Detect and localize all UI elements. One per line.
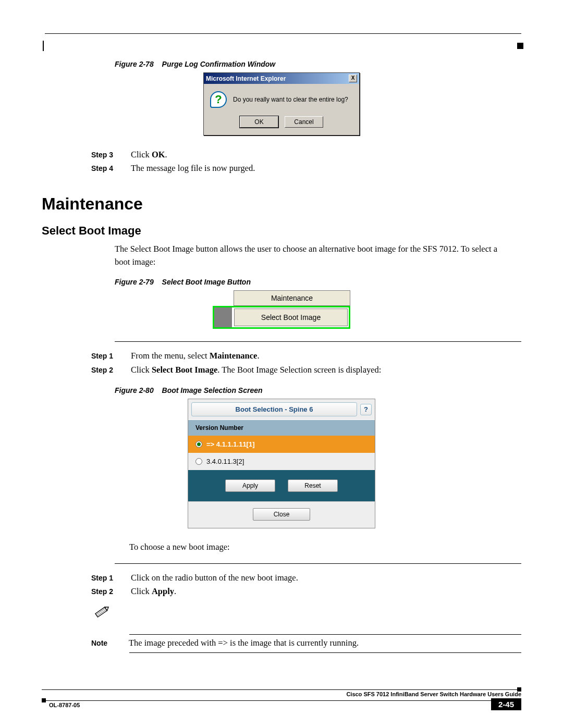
header-rule — [45, 33, 521, 34]
dialog-message: Do you really want to clear the entire l… — [233, 96, 348, 103]
heading-maintenance: Maintenance — [42, 194, 521, 214]
step-bold: Select Boot Image — [152, 365, 217, 375]
purge-log-dialog: Microsoft Internet Explorer X ? Do you r… — [203, 72, 360, 135]
boot-option-1[interactable]: => 4.1.1.1.11[1] — [188, 436, 375, 453]
boot-option-2[interactable]: 3.4.0.11.3[2] — [188, 453, 375, 470]
pencil-icon — [91, 603, 112, 621]
step-c2: Step 2 Click Apply. — [91, 585, 521, 598]
svg-rect-0 — [95, 607, 107, 617]
step-bold: OK — [152, 150, 165, 159]
radio-unselected-icon[interactable] — [195, 458, 202, 465]
note-label: Note — [91, 639, 118, 647]
step-text: Click — [131, 150, 152, 159]
reset-button[interactable]: Reset — [288, 479, 338, 492]
figure-79-label: Figure 2-79 — [115, 278, 154, 286]
dialog-title: Microsoft Internet Explorer — [206, 75, 286, 82]
step-bold: Maintenance — [210, 351, 258, 361]
figure-80-title: Boot Image Selection Screen — [162, 386, 263, 394]
menu-item-select-boot-image-wrap: Select Boot Image — [213, 306, 350, 329]
step-text: From the menu, select — [131, 351, 210, 361]
heading-select-boot-image: Select Boot Image — [42, 224, 521, 238]
step-3: Step 3 Click OK. — [91, 148, 521, 162]
close-icon[interactable]: X — [349, 75, 357, 82]
figure-78-title: Purge Log Confirmation Window — [162, 60, 276, 68]
separator-rule — [115, 341, 521, 342]
step-label: Step 2 — [91, 363, 118, 377]
note-bottom-rule — [129, 652, 521, 653]
step-4: Step 4 The message log file is now purge… — [91, 162, 521, 175]
menu-item-select-boot-image[interactable]: Select Boot Image — [234, 309, 348, 326]
radio-selected-icon[interactable] — [195, 441, 202, 448]
figure-80-label: Figure 2-80 — [115, 386, 154, 394]
version-header: Version Number — [188, 419, 375, 436]
apply-button[interactable]: Apply — [225, 479, 275, 492]
step-text: The message log file is now purged. — [131, 162, 255, 175]
footer-guide-title: Cisco SFS 7012 InfiniBand Server Switch … — [42, 691, 521, 697]
figure-78-caption: Figure 2-78 Purge Log Confirmation Windo… — [115, 60, 521, 68]
boot-option-1-label: => 4.1.1.1.11[1] — [206, 440, 255, 448]
figure-78-label: Figure 2-78 — [115, 60, 154, 68]
step-label: Step 1 — [91, 571, 118, 585]
menu-figure: Maintenance Select Boot Image — [213, 290, 350, 329]
question-icon: ? — [210, 91, 227, 108]
note-top-rule — [129, 634, 521, 635]
cancel-button[interactable]: Cancel — [285, 116, 323, 128]
boot-button-row: Apply Reset — [188, 470, 375, 501]
intro-paragraph: The Select Boot Image button allows the … — [115, 243, 500, 269]
note-text: The image preceded with => is the image … — [129, 638, 359, 648]
figure-80-caption: Figure 2-80 Boot Image Selection Screen — [115, 386, 521, 394]
dialog-titlebar: Microsoft Internet Explorer X — [204, 73, 359, 84]
footer-doc-id: OL-8787-05 — [49, 702, 491, 708]
step-label: Step 3 — [91, 148, 118, 162]
step-b1: Step 1 From the menu, select Maintenance… — [91, 349, 521, 363]
menu-gutter — [214, 307, 232, 327]
step-b2: Step 2 Click Select Boot Image. The Boot… — [91, 363, 521, 377]
boot-title: Boot Selection - Spine 6 — [191, 402, 357, 416]
step-label: Step 4 — [91, 162, 118, 175]
boot-option-2-label: 3.4.0.11.3[2] — [206, 458, 244, 465]
separator-rule — [115, 563, 521, 564]
close-button[interactable]: Close — [253, 508, 310, 521]
menu-item-maintenance[interactable]: Maintenance — [234, 290, 350, 306]
step-label: Step 1 — [91, 349, 118, 363]
step-text: Click on the radio button of the new boo… — [131, 571, 298, 585]
choose-paragraph: To choose a new boot image: — [129, 541, 500, 554]
step-text: Click — [131, 586, 152, 596]
step-text: Click — [131, 365, 152, 375]
boot-selection-screen: Boot Selection - Spine 6 ? Version Numbe… — [188, 399, 375, 528]
step-c1: Step 1 Click on the radio button of the … — [91, 571, 521, 585]
page-footer: Cisco SFS 7012 InfiniBand Server Switch … — [42, 689, 521, 710]
note-row: Note The image preceded with => is the i… — [91, 638, 521, 648]
note-icon — [91, 603, 117, 623]
page-number: 2-45 — [491, 698, 521, 710]
figure-79-title: Select Boot Image Button — [162, 278, 251, 286]
ok-button[interactable]: OK — [240, 116, 278, 128]
step-bold: Apply — [152, 586, 174, 596]
help-icon[interactable]: ? — [360, 404, 372, 415]
figure-79-caption: Figure 2-79 Select Boot Image Button — [115, 278, 521, 286]
step-label: Step 2 — [91, 585, 118, 598]
